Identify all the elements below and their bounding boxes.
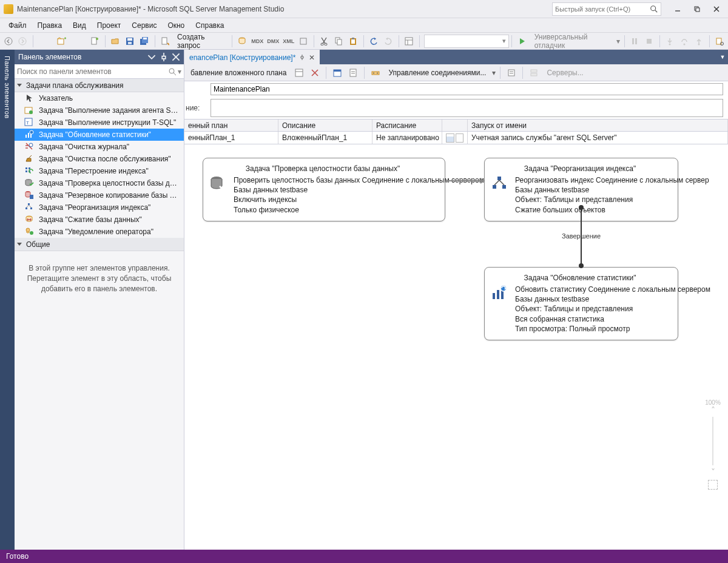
svg-text:T: T <box>26 120 29 126</box>
cell-plan[interactable]: енныйПлан_1 <box>184 132 278 144</box>
new-query-icon[interactable] <box>159 35 171 48</box>
delete-subplan-button[interactable] <box>308 66 322 79</box>
maximize-button[interactable] <box>689 3 705 15</box>
step-into-button[interactable] <box>664 35 676 48</box>
tool-shrink[interactable]: Задача "Сжатие базы данных" <box>15 214 184 226</box>
menu-help[interactable]: Справка <box>190 19 229 32</box>
cell-sched[interactable]: Не запланировано (п... <box>372 132 442 144</box>
menu-file[interactable]: Файл <box>4 19 32 32</box>
tool-notify[interactable]: Задача "Уведомление оператора" <box>15 226 184 238</box>
zoom-fit-button[interactable] <box>708 480 718 490</box>
menu-service[interactable]: Сервис <box>127 19 161 32</box>
plan-name-input[interactable] <box>211 83 723 95</box>
debug-stop-button[interactable] <box>643 35 655 48</box>
open-button[interactable] <box>110 35 122 48</box>
zoom-slider[interactable] <box>712 417 713 465</box>
svg-rect-9 <box>58 39 64 44</box>
grid-row[interactable]: енныйПлан_1 ВложенныйПлан_1 Не запланиро… <box>184 132 728 144</box>
close-button[interactable] <box>709 3 724 15</box>
toolbox-search[interactable]: ▾ <box>15 64 184 79</box>
svg-rect-47 <box>25 135 27 138</box>
menu-window[interactable]: Окно <box>163 19 189 32</box>
step-out-button[interactable] <box>693 35 705 48</box>
new-file-button[interactable] <box>89 35 101 48</box>
pin-icon[interactable] <box>299 55 305 61</box>
save-all-button[interactable] <box>138 35 150 48</box>
toolbox-search-input[interactable] <box>17 67 168 76</box>
nav-fwd-button[interactable] <box>17 35 29 48</box>
tool-pointer[interactable]: Указатель <box>15 92 184 104</box>
zoom-widget[interactable]: 100% ˄ ˅ <box>703 399 723 493</box>
menu-view[interactable]: Вид <box>68 19 91 32</box>
pin-icon[interactable] <box>160 53 168 61</box>
mdx-query-icon[interactable]: MDX <box>251 35 264 48</box>
tool-rebuild-index[interactable]: Задача "Перестроение индекса" <box>15 165 184 177</box>
redo-button[interactable] <box>382 35 394 48</box>
tool-maint-cleanup[interactable]: Задача "Очистка после обслуживания" <box>15 153 184 165</box>
cell-desc[interactable]: ВложенныйПлан_1 <box>278 132 372 144</box>
tool-tsql[interactable]: T Задача "Выполнение инструкции T-SQL" <box>15 116 184 129</box>
doc-tab-active[interactable]: enancePlan [Конструирование]* ✕ <box>184 50 320 64</box>
cell-actions[interactable] <box>442 132 468 144</box>
find-in-files-button[interactable] <box>713 35 726 48</box>
svg-rect-89 <box>497 290 499 299</box>
toolbox-section-general[interactable]: Общие <box>15 238 184 251</box>
copy-button[interactable] <box>332 35 345 48</box>
side-tab-toolbox[interactable]: Панель элементов <box>0 50 15 550</box>
solution-config-combo[interactable]: ▾ <box>424 35 509 48</box>
task-node-integrity[interactable]: Задача "Проверка целостности базы данных… <box>203 158 445 221</box>
db-engine-query-icon[interactable] <box>237 35 249 48</box>
undo-button[interactable] <box>368 35 380 48</box>
paste-button[interactable] <box>347 35 359 48</box>
design-canvas[interactable]: Задача "Проверка целостности базы данных… <box>184 144 728 550</box>
connections-icon[interactable] <box>369 66 382 79</box>
zoom-out-button[interactable]: ˅ <box>703 468 723 476</box>
status-text: Готово <box>6 552 29 561</box>
subplan-props-button[interactable] <box>292 66 306 79</box>
plan-desc-input[interactable] <box>211 99 723 117</box>
tool-check-integrity[interactable]: Задача "Проверка целостности базы данн..… <box>15 177 184 189</box>
task-node-stats[interactable]: Задача "Обновление статистики" Обновить … <box>484 267 678 340</box>
quick-launch[interactable] <box>552 2 661 16</box>
history-icon <box>24 142 34 152</box>
properties-button[interactable] <box>403 35 416 48</box>
svg-rect-32 <box>635 38 637 44</box>
tool-backup[interactable]: Задача "Резервное копирование базы дан..… <box>15 189 184 201</box>
debugger-label: Универсальный отладчик <box>531 33 614 50</box>
tool-history-cleanup[interactable]: Задача "Очистка журнала" <box>15 141 184 153</box>
save-button[interactable] <box>124 35 136 48</box>
debug-pause-button[interactable] <box>629 35 641 48</box>
designer-toolbar: бавление вложенного плана Управление сое… <box>184 64 728 81</box>
create-query-button[interactable]: Создать запрос <box>174 33 228 50</box>
toolbox-section-tasks[interactable]: Задачи плана обслуживания <box>15 79 184 92</box>
close-icon[interactable]: ✕ <box>309 53 315 62</box>
analysis-query-icon[interactable] <box>297 35 309 48</box>
dmx-query-icon[interactable]: DMX <box>266 35 280 48</box>
new-project-button[interactable] <box>38 35 86 48</box>
cell-runas[interactable]: Учетная запись службы "агент SQL Server" <box>468 132 728 144</box>
calendar-icon[interactable] <box>446 133 454 143</box>
tool-reorg-index[interactable]: Задача "Реорганизация индекса" <box>15 201 184 214</box>
add-subplan-button[interactable]: бавление вложенного плана <box>187 69 290 77</box>
schedule-button[interactable] <box>331 66 344 79</box>
dropdown-icon[interactable] <box>147 53 156 61</box>
zoom-in-button[interactable]: ˄ <box>703 406 723 414</box>
xmla-query-icon[interactable]: XML <box>282 35 295 48</box>
menu-project[interactable]: Проект <box>92 19 126 32</box>
connections-button[interactable]: Управление соединениями... <box>385 69 490 77</box>
connector-endpoint <box>579 205 584 210</box>
nav-back-button[interactable] <box>2 35 15 48</box>
step-over-button[interactable] <box>678 35 690 48</box>
cut-button[interactable] <box>318 35 331 48</box>
close-icon[interactable] <box>172 53 180 61</box>
tool-update-stats[interactable]: Задача "Обновление статистики" <box>15 129 184 141</box>
remove-sched-icon[interactable] <box>456 133 464 143</box>
debug-start-button[interactable] <box>516 35 528 48</box>
report-button[interactable] <box>346 66 360 79</box>
quick-launch-input[interactable] <box>555 5 650 13</box>
logging-button[interactable] <box>505 66 518 79</box>
tool-agent-job[interactable]: Задача "Выполнение задания агента SQL ..… <box>15 104 184 116</box>
minimize-button[interactable] <box>670 3 686 15</box>
menu-edit[interactable]: Правка <box>33 19 67 32</box>
tab-overflow-button[interactable]: ▼ <box>717 50 728 64</box>
